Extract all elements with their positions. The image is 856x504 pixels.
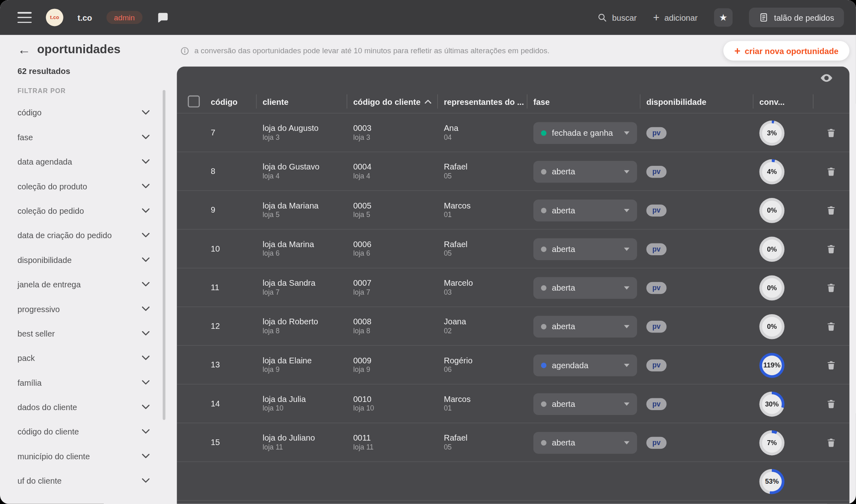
fase-select[interactable]: aberta [533, 238, 637, 260]
table-row[interactable]: 13 loja da Elaine loja 9 0009 loja 9 Rog… [177, 346, 849, 385]
filter-item-best-seller[interactable]: best seller [17, 321, 150, 345]
filter-item-disponibilidade[interactable]: disponibilidade [17, 248, 150, 272]
filter-item-colecao-do-produto[interactable]: coleção do produto [17, 174, 150, 198]
sidebar-scrollbar[interactable] [163, 90, 166, 420]
table-row[interactable]: 7 loja do Augusto loja 3 0003 loja 3 Ana… [177, 113, 849, 152]
chat-button[interactable] [157, 11, 169, 24]
cell-codigo-cliente: 0007 [353, 278, 437, 288]
table-row[interactable]: 15 loja do Juliano loja 11 0011 loja 11 … [177, 423, 849, 462]
delete-button[interactable] [824, 357, 839, 373]
column-header-codigo-do-cliente[interactable]: código do cliente [347, 89, 437, 113]
table-row[interactable]: 8 loja do Gustavo loja 4 0004 loja 4 Raf… [177, 152, 849, 191]
cell-codigo-cliente-sub: loja 9 [353, 366, 437, 375]
search-button[interactable]: buscar [597, 13, 637, 22]
fase-status-dot [541, 169, 546, 174]
eye-icon [820, 72, 833, 85]
fase-select[interactable]: aberta [533, 277, 637, 299]
table-row[interactable]: 14 loja da Julia loja 10 0010 loja 10 Ma… [177, 385, 849, 423]
menu-icon[interactable] [17, 12, 32, 23]
column-header-cliente[interactable]: cliente [256, 89, 347, 113]
cell-representante: Marcelo [444, 278, 527, 288]
brand-logo[interactable]: t.co [46, 9, 63, 26]
fase-label: aberta [552, 206, 619, 215]
filter-item-colecao-do-pedido[interactable]: coleção do pedido [17, 198, 150, 223]
sort-asc-icon [425, 99, 431, 104]
fase-select[interactable]: aberta [533, 315, 637, 337]
column-header-fase[interactable]: fase [527, 89, 640, 113]
filter-item-municipio-do-cliente[interactable]: município do cliente [17, 444, 150, 468]
fase-status-dot [541, 285, 546, 290]
column-header-conversao[interactable]: conv... [753, 89, 813, 113]
fase-select[interactable]: aberta [533, 393, 637, 415]
fase-select[interactable]: fechada e ganha [533, 122, 637, 144]
search-label: buscar [612, 13, 637, 22]
trash-icon [826, 127, 836, 139]
trash-icon [826, 166, 836, 177]
cell-representante-sub: 03 [444, 288, 527, 298]
table-row[interactable]: 10 loja da Marina loja 6 0006 loja 6 Raf… [177, 230, 849, 268]
table-row[interactable]: 12 loja do Roberto loja 8 0008 loja 8 Jo… [177, 307, 849, 345]
conversion-value: 0% [762, 239, 782, 259]
table-row[interactable]: 53% [177, 462, 849, 501]
conversion-value: 30% [762, 394, 782, 413]
delete-button[interactable] [824, 202, 839, 218]
filter-item-dados-do-cliente[interactable]: dados do cliente [17, 395, 150, 419]
add-button[interactable]: + adicionar [653, 12, 697, 23]
delete-button[interactable] [824, 164, 839, 180]
conversion-ring: 4% [759, 159, 784, 184]
filter-item-uf-do-cliente[interactable]: uf do cliente [17, 469, 150, 493]
chevron-down-icon [624, 170, 629, 173]
orders-pad-button[interactable]: talão de pedidos [749, 8, 844, 27]
delete-button[interactable] [824, 241, 839, 257]
create-opportunity-button[interactable]: + criar nova oportunidade [723, 41, 849, 61]
fase-select[interactable]: agendada [533, 354, 637, 376]
cell-codigo-cliente-sub: loja 6 [353, 250, 437, 259]
chevron-down-icon [142, 356, 150, 361]
filter-item-codigo[interactable]: código [17, 100, 150, 125]
delete-button[interactable] [824, 319, 839, 335]
fase-select[interactable]: aberta [533, 199, 637, 221]
opportunities-table: código cliente código do cliente represe… [177, 67, 849, 504]
delete-button[interactable] [824, 280, 839, 295]
favorites-button[interactable]: ★ [714, 8, 733, 27]
conversion-ring: 119% [759, 352, 784, 378]
delete-button[interactable] [824, 434, 839, 450]
filter-item-fase[interactable]: fase [17, 125, 150, 149]
filter-item-progressivo[interactable]: progressivo [17, 297, 150, 321]
filter-item-familia[interactable]: família [17, 370, 150, 395]
chevron-down-icon [142, 257, 150, 262]
filter-item-label: data de criação do pedido [17, 231, 112, 240]
column-header-codigo[interactable]: código [204, 89, 256, 113]
cell-representante-sub: 01 [444, 211, 527, 220]
column-header-disponibilidade[interactable]: disponibilidade [640, 89, 753, 113]
cell-representante-sub: 04 [444, 133, 527, 143]
column-header-representantes[interactable]: representantes do ... [437, 89, 527, 113]
filter-item-data-agendada[interactable]: data agendada [17, 150, 150, 174]
cell-codigo: 7 [204, 128, 256, 138]
chevron-down-icon [142, 110, 150, 115]
delete-button[interactable] [824, 125, 839, 141]
filter-item-codigo-do-cliente[interactable]: código do cliente [17, 419, 150, 444]
delete-button[interactable] [824, 396, 839, 412]
fase-label: agendada [552, 361, 619, 370]
column-visibility-button[interactable] [820, 72, 833, 85]
cell-representante: Marcos [444, 394, 527, 404]
conversion-value: 0% [762, 200, 782, 220]
table-row[interactable]: 9 loja da Mariana loja 5 0005 loja 5 Mar… [177, 191, 849, 230]
conversion-ring: 0% [759, 237, 784, 262]
fase-status-dot [541, 208, 546, 213]
fase-select[interactable]: aberta [533, 161, 637, 182]
filter-item-data-de-criacao-do-pedido[interactable]: data de criação do pedido [17, 223, 150, 248]
back-arrow-icon[interactable]: ← [17, 43, 31, 56]
fase-select[interactable]: aberta [533, 432, 637, 454]
table-row[interactable]: 11 loja da Sandra loja 7 0007 loja 7 Mar… [177, 268, 849, 307]
cell-representante: Joana [444, 317, 527, 327]
filter-item-janela-de-entrega[interactable]: janela de entrega [17, 272, 150, 297]
availability-badge: pv [646, 359, 667, 371]
fase-label: aberta [552, 244, 619, 254]
select-all-checkbox[interactable] [188, 96, 200, 108]
filter-item-pack[interactable]: pack [17, 346, 150, 370]
plus-icon: + [734, 46, 740, 56]
info-banner: a conversão das oportunidades pode levar… [180, 46, 550, 55]
cell-codigo-cliente-sub: loja 10 [353, 404, 437, 414]
